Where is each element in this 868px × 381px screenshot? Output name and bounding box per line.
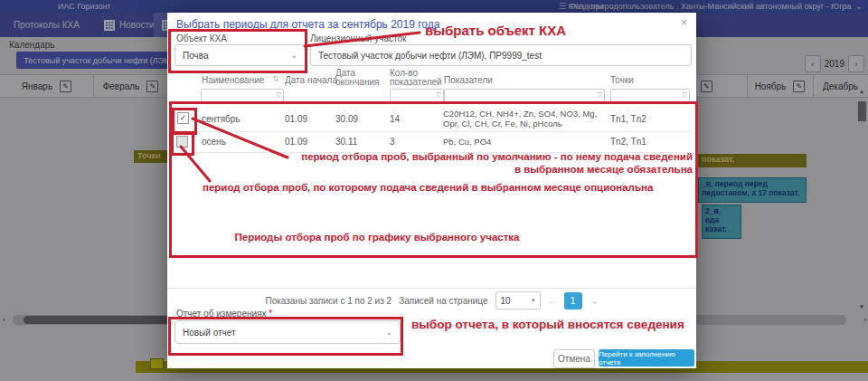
row-divider [171,131,692,132]
filter-input-points[interactable]: ▽ [610,89,690,103]
object-select-value: Почва [183,51,209,61]
column-header-end: Дата окончания [335,69,386,87]
funnel-icon[interactable]: ▽ [683,91,687,99]
per-page-label: Записей на странице [399,296,487,306]
submit-button[interactable]: Перейти к заполнению отчета [599,349,694,367]
column-header-count: Кол-во показателей [390,69,444,87]
cell-end: 30.11 [335,137,357,147]
column-header-indicators: Показатели [444,75,493,85]
cell-start: 01.09 [285,137,307,147]
object-field-label: Объект КХА [176,33,227,43]
cell-name: сентябрь [202,114,241,124]
report-select-value: Новый отчет [183,328,236,338]
close-icon[interactable]: × [681,16,687,29]
column-header-start: Дата начала [285,75,337,85]
cell-points: Tn1, Tn2 [610,114,646,124]
chevron-down-icon: ⌄ [385,328,392,337]
cancel-button[interactable]: Отмена [553,349,595,368]
column-header-points: Точки [610,75,634,85]
period-checkbox-autumn[interactable] [176,136,188,148]
page-button-1[interactable]: 1 [564,292,582,310]
next-page-icon[interactable]: → [590,296,599,306]
cell-indicators: Pb, Cu, PO4 [443,137,599,147]
cell-indicators: C20H12, CH, NH4+, Zn, SO4, NO3, Mg, Opr,… [443,109,599,129]
cell-name: осень [202,137,226,147]
cell-count: 3 [390,137,395,147]
funnel-icon[interactable]: ▽ [277,91,281,99]
column-header-name[interactable]: Наименование [202,75,264,85]
cell-start: 01.09 [285,114,307,124]
required-asterisk: * [269,309,272,319]
funnel-icon[interactable]: ▽ [598,91,602,99]
chevron-down-icon: ⌄ [290,51,297,60]
per-page-select[interactable]: 10 ▾ [495,291,541,310]
funnel-icon[interactable]: ▽ [437,91,441,99]
screen: ИАС Горизонт ☰ Разделы ⌄ КХА - природопо… [0,0,868,381]
dropdown-icon: ▾ [532,297,535,304]
dialog-title: Выбрать периоды для отчета за сентябрь 2… [176,18,439,31]
row-divider [171,152,692,153]
cell-end: 30.09 [335,114,358,124]
report-select[interactable]: Новый отчет ⌄ [175,320,401,344]
cell-count: 14 [390,114,400,124]
report-field-label: Отчет об измерениях * [176,309,272,319]
select-periods-dialog: Выбрать периоды для отчета за сентябрь 2… [167,13,696,368]
filter-input-name[interactable]: ▽ [201,89,284,103]
report-label-text: Отчет об измерениях [176,309,266,319]
pagination-info: Показаны записи с 1 по 2 из 2 [265,296,392,306]
prev-page-icon[interactable]: ← [548,296,557,306]
filter-input-indicators[interactable]: ▽ [444,89,605,103]
license-field-label: Лицензионный участок [310,33,406,43]
table-bottom-divider [167,288,696,289]
period-checkbox-september[interactable]: ✓ [177,112,189,124]
filter-input-count[interactable]: ▽ [390,89,444,103]
cell-points: Tn2, Tn1 [610,137,646,147]
per-page-value: 10 [501,296,511,306]
object-select[interactable]: Почва ⌄ [175,44,306,66]
license-input[interactable]: Тестовый участок добычи нефти (ЛЭМ), ПР9… [310,44,692,66]
sort-icon[interactable]: ⇅ [272,74,279,83]
